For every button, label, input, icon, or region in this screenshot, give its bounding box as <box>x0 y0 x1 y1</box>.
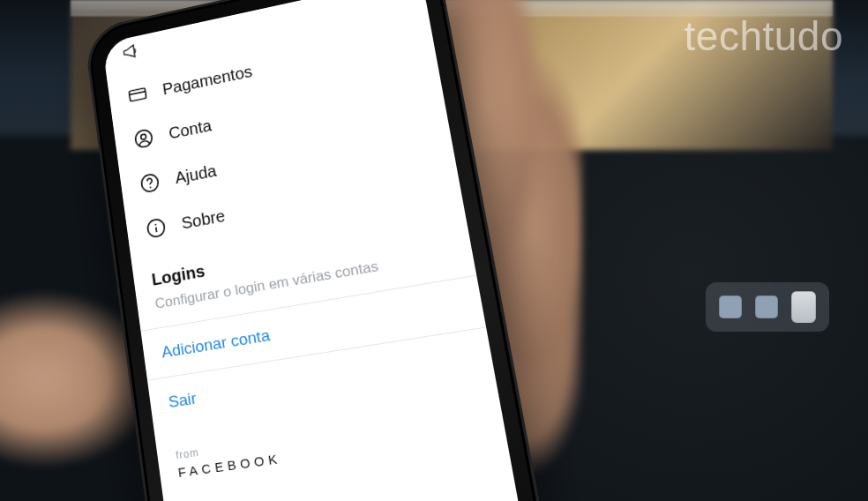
svg-line-1 <box>130 92 146 95</box>
instagram-settings-screen: Pagamentos Conta Ajuda <box>102 0 521 501</box>
card-icon <box>125 81 150 108</box>
watermark-text: techtudo <box>685 12 843 60</box>
info-circle-icon <box>144 214 169 241</box>
macos-dock-fragment <box>706 282 829 332</box>
svg-point-3 <box>140 134 146 140</box>
svg-point-5 <box>150 186 152 188</box>
person-circle-icon <box>131 125 156 152</box>
svg-point-7 <box>154 224 156 226</box>
megaphone-icon <box>119 38 144 64</box>
settings-row-label: Pagamentos <box>161 62 253 99</box>
svg-point-2 <box>135 129 153 148</box>
help-circle-icon <box>138 169 163 196</box>
dock-tile <box>755 295 778 318</box>
settings-row-label: Ajuda <box>174 161 218 188</box>
settings-row-label: Sobre <box>180 206 226 233</box>
dock-tile <box>719 295 742 318</box>
trash-icon <box>791 291 816 323</box>
settings-row-label: Conta <box>168 116 213 142</box>
svg-line-8 <box>156 228 157 232</box>
